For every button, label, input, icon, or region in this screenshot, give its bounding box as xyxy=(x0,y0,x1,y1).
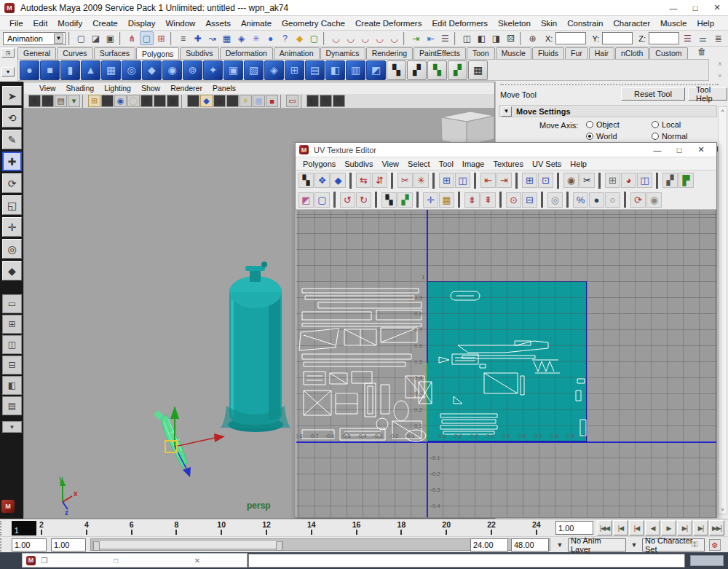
quadrangulate-icon[interactable]: ▥ xyxy=(346,60,365,80)
mini-restore-button[interactable]: ❐ xyxy=(39,557,50,565)
step-back-key-button[interactable]: |◀ xyxy=(629,520,644,535)
viewport-menu-renderer[interactable]: Renderer xyxy=(165,84,207,93)
move-axis-option-local[interactable]: Local xyxy=(652,120,723,129)
soft-mod-tool[interactable]: ◎ xyxy=(2,239,22,259)
cut-uvs-icon[interactable]: ✂ xyxy=(397,173,413,188)
output-window-icon[interactable]: M xyxy=(1,500,15,513)
select-deformations-icon[interactable]: ◈ xyxy=(234,31,248,45)
time-slider[interactable]: 1 24681012141618202224 1.00 |◀◀|◀|◀◀▶▶|▶… xyxy=(0,519,728,536)
tool-help-button[interactable]: Tool Help xyxy=(688,87,727,101)
render-sequence-icon[interactable]: ⚄ xyxy=(504,31,518,45)
safe-title-icon[interactable]: ▣ xyxy=(167,95,179,107)
shade-uvs-icon[interactable]: ◕ xyxy=(621,173,636,188)
uv-menu-image[interactable]: Image xyxy=(458,160,489,168)
poly-plane-icon[interactable]: ▦ xyxy=(101,60,121,80)
range-end-handle[interactable] xyxy=(276,541,282,551)
align-v-max-icon[interactable]: ⇞ xyxy=(480,192,496,208)
sew-uv-edges-icon[interactable]: ▦ xyxy=(439,192,454,208)
z-input[interactable] xyxy=(649,32,679,44)
film-gate-icon[interactable]: ▭ xyxy=(101,95,114,107)
planar-mapping-icon[interactable]: ▚ xyxy=(387,60,406,80)
input-connection-icon[interactable]: ⇥ xyxy=(409,31,423,45)
select-dynamics-icon[interactable]: ✳ xyxy=(249,31,263,45)
uv-canvas[interactable]: -0.8-0.7-0.6-0.5-0.4-0.3-0.2-0.10.10.20.… xyxy=(296,210,716,517)
menu-item-create-deformers[interactable]: Create Deformers xyxy=(350,17,427,29)
select-surfaces-icon[interactable]: ▦ xyxy=(220,31,234,45)
field-entry-mode-icon[interactable]: ⊕ xyxy=(526,31,539,45)
open-scene-icon[interactable]: ◪ xyxy=(89,31,103,45)
minimized-window-titlebar[interactable]: M ❐ □ ✕ xyxy=(22,553,248,568)
alpha-channel-display-icon[interactable]: ○ xyxy=(605,192,620,208)
select-points-icon[interactable]: ✚ xyxy=(191,31,205,45)
poly-helix-icon[interactable]: ⊚ xyxy=(183,60,202,80)
x-input[interactable] xyxy=(555,32,586,44)
go-to-end-button[interactable]: ▶▶| xyxy=(709,520,724,535)
menu-item-display[interactable]: Display xyxy=(123,17,161,29)
shelf-tab-rendering[interactable]: Rendering xyxy=(366,47,413,59)
combine-icon[interactable]: ▣ xyxy=(223,60,243,80)
tile-dot-red-icon[interactable]: ⊙ xyxy=(506,192,521,208)
select-by-component-icon[interactable]: ⊞ xyxy=(154,31,168,45)
render-current-frame-icon[interactable]: ◫ xyxy=(460,31,474,45)
grid-toggle-icon[interactable]: ⊞ xyxy=(88,95,100,107)
use-all-lights-icon[interactable]: ☀ xyxy=(240,95,252,107)
uv-face-view-icon[interactable]: ◉ xyxy=(646,192,662,208)
timeline-drag-handle[interactable] xyxy=(0,521,9,535)
animation-preferences-icon[interactable]: ⚙ xyxy=(709,539,721,551)
play-backwards-button[interactable]: ◀ xyxy=(645,520,660,535)
step-forward-frame-button[interactable]: ▶| xyxy=(693,520,708,535)
viewport-menu-view[interactable]: View xyxy=(34,84,61,93)
flip-v-icon[interactable]: ⇵ xyxy=(372,173,387,188)
panel-scrollbar[interactable]: ˄ ˅ xyxy=(718,106,727,514)
uv-menu-select[interactable]: Select xyxy=(403,160,435,168)
relax-uvs-icon[interactable]: ✛ xyxy=(423,192,438,208)
move-tool[interactable]: ✚ xyxy=(2,152,22,171)
poly-cone-icon[interactable]: ▲ xyxy=(81,60,100,80)
menu-item-constrain[interactable]: Constrain xyxy=(562,17,608,29)
display-image-toggle-icon[interactable]: ▚ xyxy=(298,173,314,188)
show-tool-settings-icon[interactable]: ⚌ xyxy=(696,31,710,45)
lock-selection-icon[interactable]: ◆ xyxy=(293,31,306,45)
anim-layer-select[interactable]: No Anim Layer xyxy=(568,538,626,552)
normalize-uvs-icon[interactable]: ▞ xyxy=(397,192,413,208)
menu-item-file[interactable]: File xyxy=(4,17,28,29)
new-scene-icon[interactable]: ▢ xyxy=(74,31,88,45)
wireframe-mode-icon[interactable]: ◇ xyxy=(187,95,199,107)
field-chart-icon[interactable]: ▦ xyxy=(141,95,153,107)
step-back-frame-button[interactable]: |◀ xyxy=(613,520,628,535)
ipr-render-icon[interactable]: ◧ xyxy=(475,31,488,45)
shelf-tab-animation[interactable]: Animation xyxy=(274,47,320,59)
menu-item-assets[interactable]: Assets xyxy=(200,17,236,29)
poly-pyramid-icon[interactable]: ◆ xyxy=(142,60,162,80)
menu-item-skin[interactable]: Skin xyxy=(536,17,562,29)
menu-item-edit[interactable]: Edit xyxy=(28,17,53,29)
make-live-icon[interactable]: ◡ xyxy=(387,31,401,45)
minimize-button[interactable]: — xyxy=(662,0,684,15)
shelf-tab-dynamics[interactable]: Dynamics xyxy=(320,47,365,59)
play-forwards-button[interactable]: ▶ xyxy=(661,520,676,535)
tile-minus-icon[interactable]: ⊟ xyxy=(522,192,537,208)
scroll-down-icon[interactable]: ˅ xyxy=(721,506,724,513)
use-default-material-icon[interactable]: ■ xyxy=(266,95,278,107)
bounding-box-mode-icon[interactable]: ▢ xyxy=(226,95,239,107)
move-axis-option-normal[interactable]: Normal xyxy=(652,132,723,141)
universal-manipulator-tool[interactable]: ✛ xyxy=(2,217,22,237)
flat-shade-mode-icon[interactable]: ■ xyxy=(213,95,226,107)
poly-torus-icon[interactable]: ◎ xyxy=(122,60,141,80)
uv-menu-help[interactable]: Help xyxy=(566,160,591,168)
tumble-camera-icon[interactable]: ⟳ xyxy=(41,95,54,107)
select-curves-icon[interactable]: ↝ xyxy=(205,31,219,45)
save-scene-icon[interactable]: ▣ xyxy=(103,31,117,45)
update-psd-networks-icon[interactable]: ▛ xyxy=(678,173,694,188)
grid-display-icon[interactable]: ⊞ xyxy=(605,173,620,188)
automatic-mapping-icon[interactable]: ▞ xyxy=(448,60,467,80)
flip-u-icon[interactable]: ⇆ xyxy=(356,173,371,188)
poly-cylinder-icon[interactable]: ▮ xyxy=(60,60,80,80)
uv-menu-tool[interactable]: Tool xyxy=(435,160,458,168)
shelf-tab-ncloth[interactable]: nCloth xyxy=(615,47,649,59)
snap-points-icon[interactable]: ◡ xyxy=(358,31,372,45)
xray-mode-icon[interactable]: ▭ xyxy=(286,95,298,107)
refresh-image-icon[interactable]: ⟳ xyxy=(630,192,646,208)
shelf-tab-hair[interactable]: Hair xyxy=(589,47,614,59)
paste-uvs-icon[interactable]: ◫ xyxy=(455,173,470,188)
